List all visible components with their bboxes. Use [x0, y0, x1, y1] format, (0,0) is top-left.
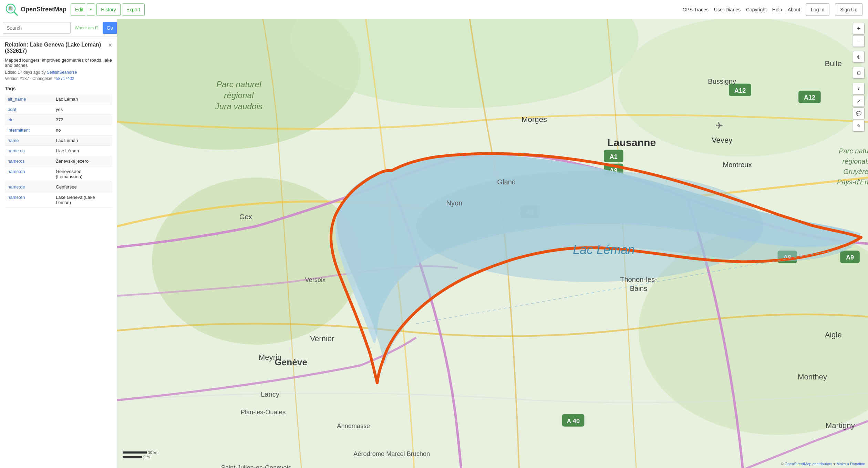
zoom-out-button[interactable]: −: [853, 35, 865, 47]
tag-key: name: [5, 135, 53, 146]
changeset-link[interactable]: 58717402: [56, 76, 74, 81]
svg-text:A1: A1: [610, 153, 618, 160]
tag-value: no: [53, 125, 112, 135]
scale-mi: 5 mi: [123, 455, 158, 459]
nav-buttons: Edit ▾ History Export: [71, 3, 145, 16]
tag-key-link[interactable]: name:ca: [8, 148, 25, 153]
svg-text:Parc natur...: Parc natur...: [839, 147, 868, 155]
tag-key-link[interactable]: name:de: [8, 184, 25, 190]
editor-link[interactable]: SelfishSeahorse: [47, 70, 77, 75]
tag-key-link[interactable]: boat: [8, 107, 16, 112]
tag-key: name:de: [5, 182, 53, 192]
tag-value: Genfersee: [53, 182, 112, 192]
scale-bar: 10 km 5 mi: [123, 450, 158, 459]
logo: OpenStreetMap: [6, 3, 66, 16]
controls-separator3: [853, 79, 865, 82]
svg-text:✈: ✈: [715, 120, 723, 131]
tag-value: Llac Léman: [53, 146, 112, 156]
svg-text:Nyon: Nyon: [446, 199, 462, 207]
history-button[interactable]: History: [96, 3, 121, 16]
sign-up-button[interactable]: Sign Up: [835, 3, 862, 16]
search-input[interactable]: [3, 22, 71, 34]
svg-text:Parc naturel: Parc naturel: [216, 80, 261, 89]
layers-button[interactable]: ⊞: [853, 67, 865, 79]
export-button[interactable]: Export: [122, 3, 145, 16]
tag-key: name:cs: [5, 156, 53, 166]
about-link[interactable]: About: [788, 7, 800, 12]
svg-line-3: [14, 12, 17, 15]
svg-text:Genève: Genève: [275, 357, 307, 367]
tags-heading: Tags: [5, 86, 112, 91]
svg-text:Vevey: Vevey: [712, 136, 733, 144]
tag-value: Lake Geneva (Lake Leman): [53, 192, 112, 208]
svg-text:A12: A12: [804, 94, 815, 101]
tag-value: Ženevské jezero: [53, 156, 112, 166]
tag-key-link[interactable]: intermittent: [8, 128, 30, 133]
svg-text:régional...: régional...: [842, 157, 868, 165]
tag-value: Genevesøen (Lemansøen): [53, 166, 112, 182]
svg-text:Lac Léman: Lac Léman: [573, 243, 635, 257]
table-row: name Lac Léman: [5, 135, 112, 146]
tag-key-link[interactable]: alt_name: [8, 96, 26, 102]
header-right: GPS Traces User Diaries Copyright Help A…: [682, 3, 862, 16]
table-row: name:de Genfersee: [5, 182, 112, 192]
tag-key: intermittent: [5, 125, 53, 135]
tag-value: Lac Léman: [53, 135, 112, 146]
svg-text:Lancy: Lancy: [261, 390, 280, 398]
description: Mapped loungers; improved geometries of …: [5, 58, 112, 68]
user-diaries-link[interactable]: User Diaries: [714, 7, 741, 12]
relation-title-text: Relation: Lake Geneva (Lake Leman) (3326…: [5, 42, 105, 54]
edit-button[interactable]: Edit: [71, 3, 85, 16]
scale-ruler-mi: [123, 456, 142, 458]
svg-text:Aigle: Aigle: [825, 331, 841, 339]
gps-traces-link[interactable]: GPS Traces: [682, 7, 708, 12]
edited-text: Edited 17 days ago by: [5, 70, 46, 75]
svg-text:Pays-d'Enh...: Pays-d'Enh...: [837, 178, 868, 186]
share-button[interactable]: ↗: [853, 95, 865, 107]
geolocate-button[interactable]: ⊕: [853, 51, 865, 63]
table-row: name:da Genevesøen (Lemansøen): [5, 166, 112, 182]
svg-text:Martigny: Martigny: [826, 421, 855, 430]
zoom-in-button[interactable]: +: [853, 23, 865, 34]
table-row: intermittent no: [5, 125, 112, 135]
map-controls: + − ⊕ ⊞ i ↗ 💬 ✎: [853, 23, 865, 132]
svg-text:Aérodrome Marcel Bruchon: Aérodrome Marcel Bruchon: [353, 450, 430, 457]
copyright-link[interactable]: Copyright: [746, 7, 767, 12]
attribution: © OpenStreetMap contributors ♥ Make a Do…: [781, 462, 865, 466]
search-bar: Where am I? Go: [0, 19, 117, 37]
info-button[interactable]: i: [853, 83, 865, 94]
map-container[interactable]: A1 A9 A12 A12 A1 A9 A9 A 40 A 41: [117, 19, 868, 468]
log-in-button[interactable]: Log In: [806, 3, 829, 16]
svg-text:Plan-les-Ouates: Plan-les-Ouates: [241, 409, 286, 416]
svg-text:A9: A9: [846, 254, 854, 261]
svg-text:Jura vaudois: Jura vaudois: [215, 102, 262, 111]
donate-link[interactable]: Make a Donation: [837, 462, 865, 466]
svg-text:Bussigny: Bussigny: [708, 78, 736, 85]
svg-text:Gex: Gex: [239, 213, 252, 221]
svg-text:Vernier: Vernier: [310, 334, 334, 343]
scale-ruler-km: [123, 451, 147, 454]
tag-key-link[interactable]: name:en: [8, 195, 25, 200]
go-button[interactable]: Go: [103, 22, 117, 34]
notes-button[interactable]: 💬: [853, 108, 865, 119]
controls-separator: [853, 48, 865, 50]
tags-table: alt_name Lac Léman boat yes ele 372 inte…: [5, 94, 112, 208]
edit-map-button[interactable]: ✎: [853, 120, 865, 132]
edit-dropdown-arrow[interactable]: ▾: [87, 3, 95, 16]
version-info: Version #187 · Changeset #58717402: [5, 76, 112, 81]
where-am-i-button[interactable]: Where am I?: [72, 24, 101, 32]
table-row: name:ca Llac Léman: [5, 146, 112, 156]
svg-text:Gland: Gland: [497, 178, 516, 186]
help-link[interactable]: Help: [772, 7, 782, 12]
tag-key-link[interactable]: name: [8, 138, 19, 143]
table-row: name:cs Ženevské jezero: [5, 156, 112, 166]
osm-attribution-link[interactable]: OpenStreetMap contributors: [785, 462, 832, 466]
close-button[interactable]: ×: [105, 42, 112, 49]
tags-section: Tags alt_name Lac Léman boat yes ele 372…: [5, 86, 112, 208]
tag-key: name:en: [5, 192, 53, 208]
osm-logo-icon: [6, 3, 18, 16]
svg-text:Lausanne: Lausanne: [607, 137, 656, 148]
tag-key-link[interactable]: ele: [8, 117, 13, 122]
tag-key-link[interactable]: name:da: [8, 169, 25, 174]
tag-key-link[interactable]: name:cs: [8, 159, 24, 164]
